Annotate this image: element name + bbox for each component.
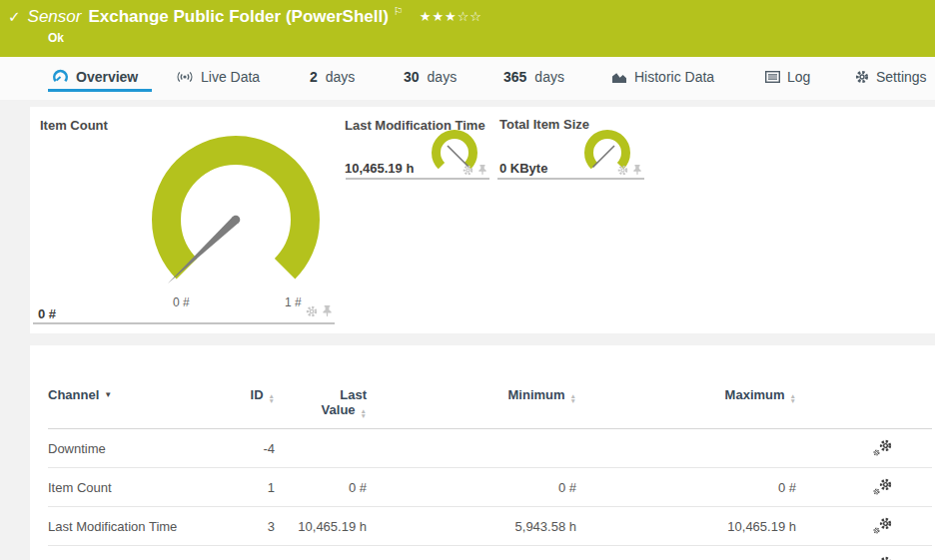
tab-historic-data[interactable]: Historic Data — [611, 64, 714, 90]
tab-number: 2 — [310, 69, 318, 85]
column-label: ID — [251, 387, 264, 402]
column-label-line1: Last — [275, 387, 367, 402]
status-badge: Ok — [48, 31, 64, 45]
tab-2-days[interactable]: 2 days — [310, 64, 355, 90]
last-modification-time-value: 10,465.19 h — [345, 161, 414, 176]
tab-label: Live Data — [201, 69, 260, 85]
sensor-type-label: Sensor — [28, 7, 82, 27]
gear-icon — [855, 70, 869, 84]
sensor-header: ✓ Sensor Exchange Public Folder (PowerSh… — [0, 0, 935, 57]
channel-maximum — [576, 429, 796, 468]
page-title: Exchange Public Folder (PowerShell) — [88, 7, 388, 27]
gauge-scale-max: 1 # — [285, 295, 302, 309]
column-header-maximum[interactable]: Maximum▲▼ — [576, 383, 796, 429]
channel-settings-icon[interactable] — [873, 556, 892, 560]
sensor-rating[interactable]: ★★★☆☆ — [420, 9, 482, 24]
channel-last-value: 10,465.19 h — [275, 507, 367, 546]
item-count-divider — [33, 322, 335, 324]
last-modification-time-divider — [346, 178, 489, 180]
sensor-title-line: ✓ Sensor Exchange Public Folder (PowerSh… — [0, 0, 935, 27]
column-header-last-value[interactable]: Last Value▲▼ — [275, 383, 367, 429]
tab-30-days[interactable]: 30 days — [404, 64, 457, 90]
channel-last-value: 0 KByte — [275, 546, 367, 560]
sort-toggle-icon: ▲▼ — [570, 393, 576, 403]
area-chart-icon — [611, 71, 627, 84]
column-label: Minimum — [508, 387, 565, 402]
tab-number: 30 — [404, 69, 420, 85]
channels-panel: Channel▼ ID▲▼ Last Value▲▼ Minimum▲▼ Max… — [30, 345, 935, 560]
channel-last-value — [275, 429, 367, 468]
tab-number: 365 — [503, 69, 526, 85]
gear-icon — [873, 449, 880, 456]
gear-icon — [879, 439, 892, 452]
column-label: Channel — [48, 387, 99, 402]
channel-name: Total Item Size — [48, 546, 218, 560]
channel-minimum: 0 KByte — [367, 546, 576, 560]
column-header-actions — [796, 383, 932, 429]
priority-flag-icon[interactable]: ⚐ — [394, 5, 404, 18]
ok-check-icon: ✓ — [8, 8, 21, 26]
channel-id: 2 — [218, 546, 275, 560]
sort-toggle-icon: ▲▼ — [269, 393, 275, 403]
channel-settings-icon[interactable] — [873, 517, 892, 533]
channel-settings-icon[interactable] — [873, 439, 892, 455]
sort-desc-icon: ▼ — [104, 390, 112, 399]
channel-last-value: 0 # — [275, 468, 367, 507]
gauge-title-item-count: Item Count — [40, 118, 108, 133]
table-row-downtime: Downtime -4 — [48, 429, 932, 468]
table-row-total-item-size: Total Item Size 2 0 KByte 0 KByte 0 KByt… — [48, 546, 932, 560]
sort-toggle-icon: ▲▼ — [361, 408, 367, 418]
tab-label: days — [428, 69, 458, 85]
channel-name: Downtime — [48, 429, 218, 468]
sort-toggle-icon: ▲▼ — [790, 393, 796, 403]
tab-label: Settings — [876, 69, 927, 85]
table-row-item-count: Item Count 1 0 # 0 # 0 # — [48, 468, 932, 507]
gauge-scale-min: 0 # — [173, 295, 190, 309]
last-modification-time-panel-icons — [463, 165, 487, 176]
tab-label: days — [326, 69, 356, 85]
tab-label: Log — [787, 69, 810, 85]
pin-icon[interactable] — [632, 165, 642, 176]
gear-icon[interactable] — [463, 165, 473, 176]
pin-icon[interactable] — [322, 305, 333, 317]
pin-icon[interactable] — [477, 165, 487, 176]
channels-table-wrap: Channel▼ ID▲▼ Last Value▲▼ Minimum▲▼ Max… — [48, 383, 932, 560]
item-count-gauge — [136, 125, 336, 324]
stars-filled: ★★★ — [420, 9, 458, 24]
column-header-channel[interactable]: Channel▼ — [48, 383, 218, 429]
tab-label: Historic Data — [634, 69, 714, 85]
tab-label: days — [534, 69, 564, 85]
channel-maximum: 0 # — [576, 468, 796, 507]
total-item-size-panel-icons — [617, 165, 642, 176]
live-data-icon — [176, 70, 194, 84]
item-count-panel-icons — [306, 305, 333, 317]
gauge-icon — [52, 69, 69, 85]
log-icon — [765, 71, 780, 83]
column-header-minimum[interactable]: Minimum▲▼ — [367, 383, 576, 429]
gear-icon[interactable] — [617, 165, 628, 176]
gauges-panel: Item Count 0 # 1 # 0 # Last Modification… — [30, 107, 935, 333]
channel-maximum: 0 KByte — [576, 546, 796, 560]
column-header-id[interactable]: ID▲▼ — [218, 383, 275, 429]
tab-log[interactable]: Log — [765, 64, 810, 90]
channel-id: 1 — [218, 468, 275, 507]
tab-overview[interactable]: Overview — [52, 64, 138, 90]
gear-icon — [879, 556, 892, 560]
tab-365-days[interactable]: 365 days — [503, 64, 564, 90]
channel-minimum: 5,943.58 h — [367, 507, 576, 546]
channel-minimum: 0 # — [367, 468, 576, 507]
active-tab-underline — [48, 89, 152, 92]
gear-icon[interactable] — [306, 305, 318, 317]
channel-settings-icon[interactable] — [873, 478, 892, 494]
tab-settings[interactable]: Settings — [855, 64, 927, 90]
sensor-tabbar: Overview Live Data 2 days 30 days 365 da… — [0, 57, 935, 100]
channel-id: -4 — [218, 429, 275, 468]
stars-empty: ☆☆ — [458, 9, 482, 24]
gear-icon — [873, 527, 880, 534]
channel-minimum — [367, 429, 576, 468]
table-header-row: Channel▼ ID▲▼ Last Value▲▼ Minimum▲▼ Max… — [48, 383, 932, 429]
item-count-value: 0 # — [38, 306, 56, 321]
tab-live-data[interactable]: Live Data — [176, 64, 260, 90]
channel-id: 3 — [218, 507, 275, 546]
column-label-line2: Value — [322, 402, 356, 417]
